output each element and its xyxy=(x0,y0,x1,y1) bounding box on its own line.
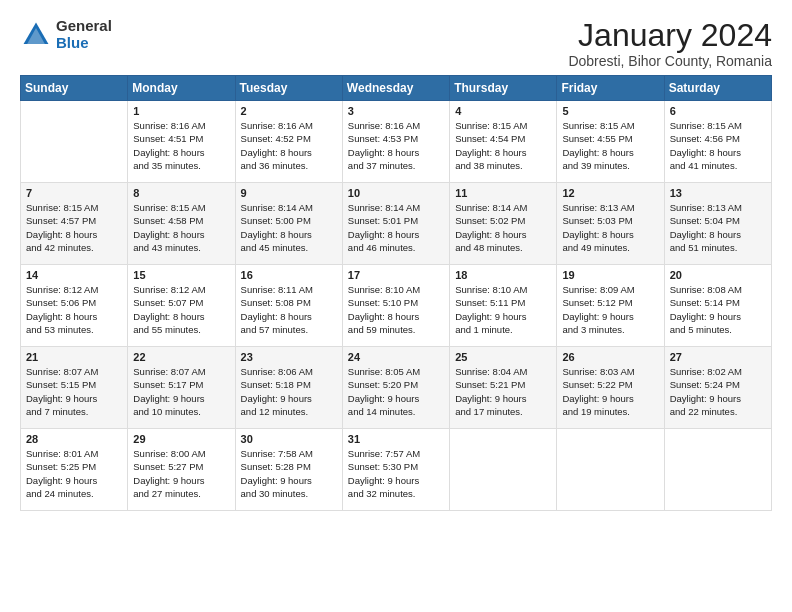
calendar-cell: 31Sunrise: 7:57 AM Sunset: 5:30 PM Dayli… xyxy=(342,429,449,511)
day-info: Sunrise: 8:16 AM Sunset: 4:53 PM Dayligh… xyxy=(348,119,444,172)
day-number: 30 xyxy=(241,433,337,445)
calendar-cell xyxy=(21,101,128,183)
day-number: 7 xyxy=(26,187,122,199)
day-info: Sunrise: 7:57 AM Sunset: 5:30 PM Dayligh… xyxy=(348,447,444,500)
week-row-3: 21Sunrise: 8:07 AM Sunset: 5:15 PM Dayli… xyxy=(21,347,772,429)
day-info: Sunrise: 8:04 AM Sunset: 5:21 PM Dayligh… xyxy=(455,365,551,418)
day-number: 18 xyxy=(455,269,551,281)
day-info: Sunrise: 8:13 AM Sunset: 5:03 PM Dayligh… xyxy=(562,201,658,254)
day-number: 1 xyxy=(133,105,229,117)
day-info: Sunrise: 8:10 AM Sunset: 5:11 PM Dayligh… xyxy=(455,283,551,336)
calendar-cell: 9Sunrise: 8:14 AM Sunset: 5:00 PM Daylig… xyxy=(235,183,342,265)
day-number: 24 xyxy=(348,351,444,363)
day-number: 21 xyxy=(26,351,122,363)
day-info: Sunrise: 8:00 AM Sunset: 5:27 PM Dayligh… xyxy=(133,447,229,500)
title-block: January 2024 Dobresti, Bihor County, Rom… xyxy=(568,18,772,69)
day-number: 23 xyxy=(241,351,337,363)
day-number: 9 xyxy=(241,187,337,199)
day-info: Sunrise: 8:14 AM Sunset: 5:02 PM Dayligh… xyxy=(455,201,551,254)
day-info: Sunrise: 8:03 AM Sunset: 5:22 PM Dayligh… xyxy=(562,365,658,418)
day-number: 5 xyxy=(562,105,658,117)
day-header-sunday: Sunday xyxy=(21,76,128,101)
logo-text: General Blue xyxy=(56,18,112,51)
calendar-cell: 7Sunrise: 8:15 AM Sunset: 4:57 PM Daylig… xyxy=(21,183,128,265)
day-number: 6 xyxy=(670,105,766,117)
day-number: 22 xyxy=(133,351,229,363)
day-info: Sunrise: 8:16 AM Sunset: 4:51 PM Dayligh… xyxy=(133,119,229,172)
day-number: 27 xyxy=(670,351,766,363)
day-info: Sunrise: 8:15 AM Sunset: 4:55 PM Dayligh… xyxy=(562,119,658,172)
day-number: 3 xyxy=(348,105,444,117)
day-info: Sunrise: 8:12 AM Sunset: 5:06 PM Dayligh… xyxy=(26,283,122,336)
header: General Blue January 2024 Dobresti, Biho… xyxy=(20,18,772,69)
calendar-cell: 4Sunrise: 8:15 AM Sunset: 4:54 PM Daylig… xyxy=(450,101,557,183)
week-row-2: 14Sunrise: 8:12 AM Sunset: 5:06 PM Dayli… xyxy=(21,265,772,347)
calendar-cell: 5Sunrise: 8:15 AM Sunset: 4:55 PM Daylig… xyxy=(557,101,664,183)
calendar-cell xyxy=(450,429,557,511)
calendar-cell: 22Sunrise: 8:07 AM Sunset: 5:17 PM Dayli… xyxy=(128,347,235,429)
day-number: 15 xyxy=(133,269,229,281)
day-header-thursday: Thursday xyxy=(450,76,557,101)
logo-general-text: General xyxy=(56,18,112,35)
logo: General Blue xyxy=(20,18,112,51)
day-number: 11 xyxy=(455,187,551,199)
day-number: 31 xyxy=(348,433,444,445)
day-number: 8 xyxy=(133,187,229,199)
calendar-cell: 6Sunrise: 8:15 AM Sunset: 4:56 PM Daylig… xyxy=(664,101,771,183)
calendar-cell: 26Sunrise: 8:03 AM Sunset: 5:22 PM Dayli… xyxy=(557,347,664,429)
day-header-saturday: Saturday xyxy=(664,76,771,101)
day-number: 28 xyxy=(26,433,122,445)
calendar-cell: 12Sunrise: 8:13 AM Sunset: 5:03 PM Dayli… xyxy=(557,183,664,265)
day-info: Sunrise: 8:02 AM Sunset: 5:24 PM Dayligh… xyxy=(670,365,766,418)
day-number: 4 xyxy=(455,105,551,117)
day-info: Sunrise: 8:06 AM Sunset: 5:18 PM Dayligh… xyxy=(241,365,337,418)
calendar-cell: 1Sunrise: 8:16 AM Sunset: 4:51 PM Daylig… xyxy=(128,101,235,183)
week-row-4: 28Sunrise: 8:01 AM Sunset: 5:25 PM Dayli… xyxy=(21,429,772,511)
calendar-cell: 29Sunrise: 8:00 AM Sunset: 5:27 PM Dayli… xyxy=(128,429,235,511)
logo-blue-text: Blue xyxy=(56,35,112,52)
calendar-subtitle: Dobresti, Bihor County, Romania xyxy=(568,53,772,69)
day-number: 13 xyxy=(670,187,766,199)
day-info: Sunrise: 8:11 AM Sunset: 5:08 PM Dayligh… xyxy=(241,283,337,336)
calendar-cell xyxy=(664,429,771,511)
day-info: Sunrise: 8:05 AM Sunset: 5:20 PM Dayligh… xyxy=(348,365,444,418)
day-info: Sunrise: 8:15 AM Sunset: 4:54 PM Dayligh… xyxy=(455,119,551,172)
day-number: 10 xyxy=(348,187,444,199)
calendar-cell: 25Sunrise: 8:04 AM Sunset: 5:21 PM Dayli… xyxy=(450,347,557,429)
calendar-cell: 11Sunrise: 8:14 AM Sunset: 5:02 PM Dayli… xyxy=(450,183,557,265)
calendar-cell: 17Sunrise: 8:10 AM Sunset: 5:10 PM Dayli… xyxy=(342,265,449,347)
day-info: Sunrise: 8:14 AM Sunset: 5:00 PM Dayligh… xyxy=(241,201,337,254)
calendar-cell: 21Sunrise: 8:07 AM Sunset: 5:15 PM Dayli… xyxy=(21,347,128,429)
week-row-0: 1Sunrise: 8:16 AM Sunset: 4:51 PM Daylig… xyxy=(21,101,772,183)
calendar-cell xyxy=(557,429,664,511)
calendar-cell: 28Sunrise: 8:01 AM Sunset: 5:25 PM Dayli… xyxy=(21,429,128,511)
day-info: Sunrise: 8:15 AM Sunset: 4:58 PM Dayligh… xyxy=(133,201,229,254)
day-info: Sunrise: 8:15 AM Sunset: 4:57 PM Dayligh… xyxy=(26,201,122,254)
calendar-cell: 20Sunrise: 8:08 AM Sunset: 5:14 PM Dayli… xyxy=(664,265,771,347)
page: General Blue January 2024 Dobresti, Biho… xyxy=(0,0,792,612)
day-number: 17 xyxy=(348,269,444,281)
day-number: 14 xyxy=(26,269,122,281)
day-info: Sunrise: 8:07 AM Sunset: 5:17 PM Dayligh… xyxy=(133,365,229,418)
day-header-friday: Friday xyxy=(557,76,664,101)
calendar-cell: 14Sunrise: 8:12 AM Sunset: 5:06 PM Dayli… xyxy=(21,265,128,347)
day-number: 29 xyxy=(133,433,229,445)
calendar-cell: 10Sunrise: 8:14 AM Sunset: 5:01 PM Dayli… xyxy=(342,183,449,265)
day-number: 26 xyxy=(562,351,658,363)
calendar-cell: 15Sunrise: 8:12 AM Sunset: 5:07 PM Dayli… xyxy=(128,265,235,347)
day-info: Sunrise: 8:08 AM Sunset: 5:14 PM Dayligh… xyxy=(670,283,766,336)
day-info: Sunrise: 8:13 AM Sunset: 5:04 PM Dayligh… xyxy=(670,201,766,254)
day-header-tuesday: Tuesday xyxy=(235,76,342,101)
day-info: Sunrise: 8:12 AM Sunset: 5:07 PM Dayligh… xyxy=(133,283,229,336)
day-header-monday: Monday xyxy=(128,76,235,101)
calendar-table: SundayMondayTuesdayWednesdayThursdayFrid… xyxy=(20,75,772,511)
day-number: 25 xyxy=(455,351,551,363)
day-info: Sunrise: 7:58 AM Sunset: 5:28 PM Dayligh… xyxy=(241,447,337,500)
day-info: Sunrise: 8:14 AM Sunset: 5:01 PM Dayligh… xyxy=(348,201,444,254)
days-header-row: SundayMondayTuesdayWednesdayThursdayFrid… xyxy=(21,76,772,101)
day-info: Sunrise: 8:16 AM Sunset: 4:52 PM Dayligh… xyxy=(241,119,337,172)
calendar-cell: 2Sunrise: 8:16 AM Sunset: 4:52 PM Daylig… xyxy=(235,101,342,183)
calendar-cell: 19Sunrise: 8:09 AM Sunset: 5:12 PM Dayli… xyxy=(557,265,664,347)
logo-icon xyxy=(20,19,52,51)
calendar-title: January 2024 xyxy=(568,18,772,53)
